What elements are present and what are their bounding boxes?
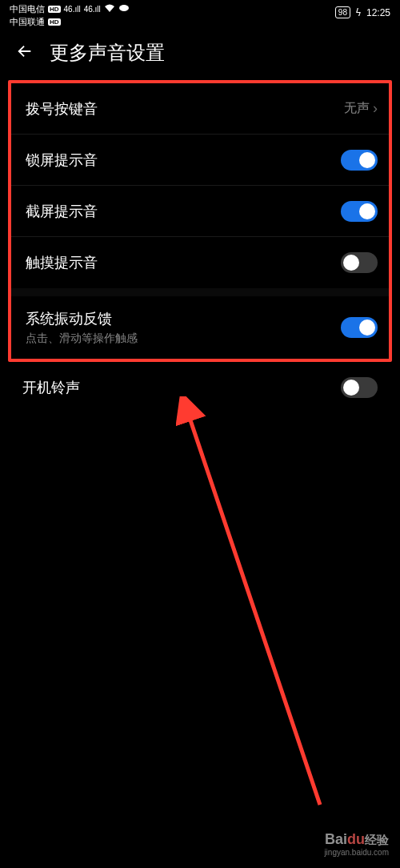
boot-sound-label: 开机铃声 xyxy=(22,378,80,397)
back-icon[interactable] xyxy=(16,41,34,66)
svg-line-2 xyxy=(186,406,320,805)
status-bar: 中国电信 HD 46.ıll 46.ıll 中国联通 HD 98 ϟ 12:25 xyxy=(0,0,400,29)
watermark: Baidu经验 jingyan.baidu.com xyxy=(324,831,389,857)
haptic-toggle[interactable] xyxy=(341,317,378,338)
lock-sound-row: 锁屏提示音 xyxy=(11,135,389,186)
watermark-du: du xyxy=(347,831,365,847)
screenshot-sound-toggle[interactable] xyxy=(341,201,378,222)
chat-icon xyxy=(118,4,130,14)
watermark-prefix: Bai xyxy=(325,831,347,847)
chevron-right-icon: › xyxy=(373,100,378,117)
touch-sound-row: 触摸提示音 xyxy=(11,237,389,288)
wifi-icon xyxy=(104,4,115,14)
status-right: 98 ϟ 12:25 xyxy=(335,3,390,18)
screenshot-sound-label: 截屏提示音 xyxy=(26,202,98,221)
dial-tone-row[interactable]: 拨号按键音 无声 › xyxy=(11,83,389,135)
dial-tone-label: 拨号按键音 xyxy=(26,99,98,119)
signal-1: 46.ıll xyxy=(64,5,81,14)
page-title: 更多声音设置 xyxy=(50,40,165,66)
status-left: 中国电信 HD 46.ıll 46.ıll 中国联通 HD xyxy=(10,3,130,28)
signal-2: 46.ıll xyxy=(84,5,101,14)
lock-sound-label: 锁屏提示音 xyxy=(26,151,98,170)
screenshot-sound-row: 截屏提示音 xyxy=(11,186,389,237)
watermark-url: jingyan.baidu.com xyxy=(324,848,389,857)
carrier-2-label: 中国联通 xyxy=(10,16,45,28)
settings-list: 拨号按键音 无声 › 锁屏提示音 截屏提示音 触摸 xyxy=(11,83,389,359)
battery-icon: 98 xyxy=(335,6,350,18)
touch-sound-label: 触摸提示音 xyxy=(26,253,98,272)
dial-tone-value-group: 无声 › xyxy=(344,100,378,117)
lock-sound-toggle[interactable] xyxy=(341,150,378,171)
haptic-label: 系统振动反馈 xyxy=(26,309,138,328)
watermark-suffix: 经验 xyxy=(365,833,389,846)
annotation-arrow-icon xyxy=(176,396,336,813)
page-header: 更多声音设置 xyxy=(0,29,400,80)
watermark-logo: Baidu经验 xyxy=(325,831,389,848)
clock: 12:25 xyxy=(366,7,390,18)
hd-badge-1: HD xyxy=(48,6,61,13)
haptic-row: 系统振动反馈 点击、滑动等操作触感 xyxy=(11,296,389,359)
touch-sound-toggle[interactable] xyxy=(341,252,378,273)
section-divider xyxy=(11,288,389,296)
dial-tone-value: 无声 xyxy=(344,100,370,117)
battery-level: 98 xyxy=(338,8,347,17)
haptic-sublabel: 点击、滑动等操作触感 xyxy=(26,332,138,346)
annotation-highlight-box: 拨号按键音 无声 › 锁屏提示音 截屏提示音 触摸 xyxy=(8,80,392,362)
charging-icon: ϟ xyxy=(355,7,362,18)
boot-sound-toggle[interactable] xyxy=(341,377,378,398)
hd-badge-2: HD xyxy=(48,18,61,26)
svg-point-0 xyxy=(119,5,129,11)
boot-sound-row: 开机铃声 xyxy=(0,362,400,413)
carrier-1-label: 中国电信 xyxy=(10,3,45,15)
